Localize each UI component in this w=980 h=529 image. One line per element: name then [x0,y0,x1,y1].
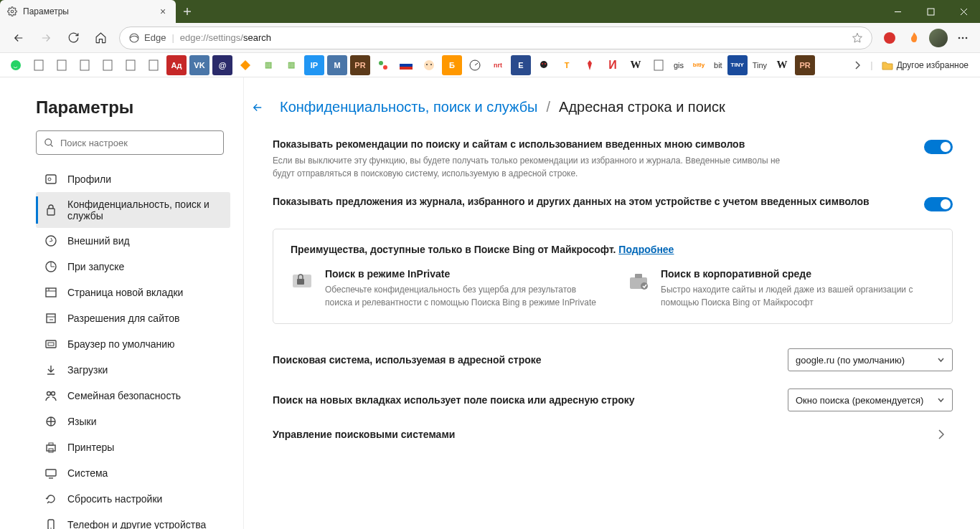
svg-rect-12 [126,60,135,70]
sidebar-item[interactable]: Принтеры [36,434,230,460]
bookmark-item[interactable]: И [603,55,623,75]
maximize-button[interactable] [914,0,947,23]
sidebar-item[interactable]: Загрузки [36,357,230,383]
sidebar-item[interactable]: Языки [36,409,230,434]
diamond-icon [240,59,251,71]
new-tab-button[interactable] [176,0,199,23]
sidebar-item-icon [44,260,57,273]
bookmark-item[interactable]: Б [442,55,462,75]
bookmark-item[interactable] [29,55,49,75]
dropdown-new-tab-search[interactable]: Окно поиска (рекомендуется) [788,389,953,411]
refresh-icon [67,32,80,44]
other-favorites-button[interactable]: Другое избранное [876,60,974,70]
page-icon [149,59,159,71]
promo-learn-more-link[interactable]: Подробнее [618,244,674,255]
bookmark-item[interactable]: gis [672,61,686,70]
address-bar[interactable]: Edge | edge://settings/search [119,27,872,49]
sidebar-item[interactable]: Телефон и другие устройства [36,512,230,529]
bookmark-item[interactable] [419,55,439,75]
toggle-history-suggestions[interactable] [924,197,953,211]
sidebar-item-icon [44,234,57,247]
bookmark-item[interactable] [98,55,118,75]
bookmark-item[interactable]: W [626,55,646,75]
row-manage-search-engines[interactable]: Управление поисковыми системами [250,420,958,449]
minimize-button[interactable] [881,0,914,23]
bookmark-item[interactable] [534,55,554,75]
sidebar-item[interactable]: При запуске [36,254,230,280]
bookmark-item[interactable] [580,55,600,75]
bookmark-item[interactable]: bit [712,61,725,70]
sidebar-item[interactable]: Страница новой вкладки [36,280,230,305]
sidebar-item[interactable]: Семейная безопасность [36,383,230,409]
bookmark-item[interactable]: VK [189,55,209,75]
sidebar-item[interactable]: Браузер по умолчанию [36,331,230,357]
settings-search-input[interactable] [60,138,216,148]
tab-close-button[interactable]: × [157,6,169,17]
bookmark-item[interactable]: ▥ [281,55,301,75]
settings-search[interactable] [36,130,224,155]
bookmark-item[interactable]: IP [304,55,324,75]
sidebar-item[interactable]: Система [36,460,230,486]
bookmark-item[interactable]: PR [350,55,370,75]
svg-point-4 [958,37,961,39]
svg-point-27 [45,138,52,145]
ext2-button[interactable] [903,27,925,49]
bookmark-item[interactable]: Tiny [750,61,769,70]
svg-point-38 [52,392,55,396]
folder-icon [882,60,893,70]
bookmark-item[interactable]: PR [795,55,815,75]
bookmark-item[interactable]: nrt [488,55,508,75]
svg-rect-9 [57,60,66,70]
browser-tab[interactable]: Параметры × [0,0,176,23]
bookmark-item[interactable] [396,55,416,75]
bookmark-item[interactable] [121,55,141,75]
svg-rect-42 [46,470,56,476]
chevron-right-icon [854,61,860,70]
home-icon [95,32,107,44]
other-favorites-label: Другое избранное [897,60,969,70]
bookmark-item[interactable] [143,55,164,75]
back-button[interactable] [6,25,32,51]
refresh-button[interactable] [60,25,86,51]
setting-desc: Если вы выключите эту функцию, вы будете… [273,154,804,180]
close-window-button[interactable] [947,0,980,23]
bookmark-item[interactable]: E [511,55,531,75]
bookmark-item[interactable]: TINY [727,55,748,75]
bookmark-item[interactable] [465,55,485,75]
sidebar-item[interactable]: Разрешения для сайтов [36,305,230,331]
dropdown-search-engine[interactable]: google.ru (по умолчанию) [788,348,953,371]
bookmarks-bar: Ад VK @ ▥ ▥ IP M PR Б nrt E T И W gis bi… [0,53,980,77]
bookmark-item[interactable] [75,55,95,75]
bookmark-item[interactable]: T [557,55,577,75]
bookmark-item[interactable]: M [327,55,347,75]
breadcrumb-link[interactable]: Конфиденциальность, поиск и службы [280,99,537,115]
bookmark-item[interactable]: bitly [689,55,709,75]
svg-point-3 [884,32,895,44]
bookmark-item[interactable] [649,55,669,75]
sidebar-item[interactable]: Профили [36,166,230,192]
profile-button[interactable] [927,27,950,49]
bookmark-item[interactable] [6,55,26,75]
forward-button[interactable] [33,25,59,51]
breadcrumb-back-button[interactable] [251,101,271,114]
sidebar-item[interactable]: Сбросить настройки [36,486,230,512]
bookmark-item[interactable] [52,55,72,75]
sidebar-item[interactable]: Конфиденциальность, поиск и службы [36,192,230,228]
toggle-suggestions[interactable] [924,140,953,154]
home-button[interactable] [88,25,113,51]
bookmark-item[interactable]: @ [212,55,232,75]
favorite-star-icon[interactable] [852,32,863,44]
menu-button[interactable] [951,27,974,49]
bookmark-item[interactable]: ▥ [258,55,278,75]
bookmark-overflow-button[interactable] [847,55,867,75]
ext1-button[interactable] [878,27,901,49]
svg-point-24 [542,63,543,65]
sidebar-item-icon [44,415,57,428]
bookmark-item[interactable] [373,55,393,75]
bookmark-item[interactable]: Ад [166,55,187,75]
bookmark-item[interactable]: W [772,55,792,75]
promo-title: Поиск в корпоративной среде [661,268,935,280]
bookmark-item[interactable] [235,55,255,75]
leaf-icon [584,59,595,71]
sidebar-item[interactable]: Внешний вид [36,228,230,254]
